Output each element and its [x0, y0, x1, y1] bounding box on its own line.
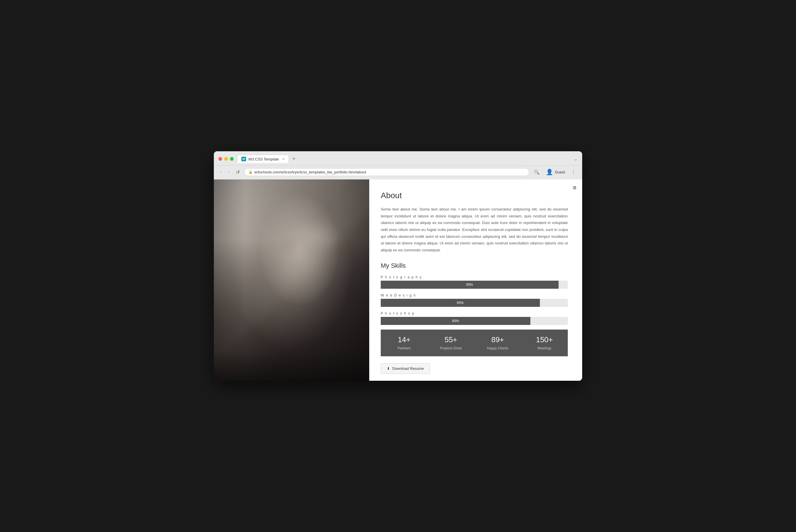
skill-webdesign-bar-fill: 85%: [381, 299, 540, 307]
browser-menu-button[interactable]: ⋮: [570, 168, 578, 176]
portrait-pane: [214, 179, 369, 381]
download-icon: ⬇: [387, 366, 390, 371]
skill-photography: P h o t o g r a p h y 95%: [381, 275, 568, 289]
new-tab-button[interactable]: +: [290, 155, 298, 163]
stat-projects-number: 55+: [430, 335, 472, 344]
browser-addressbar: ‹ › ↺ 🔒 w3schools.com/w3css/tryw3css_tem…: [214, 166, 582, 179]
about-title: About: [381, 191, 568, 200]
skill-photography-bar-fill: 95%: [381, 281, 559, 289]
skill-photoshop-bar-bg: 80%: [381, 317, 568, 325]
skill-photoshop-percent: 80%: [452, 319, 459, 323]
tab-favicon: W: [241, 157, 246, 161]
portrait-image: [214, 179, 369, 381]
skill-photography-bar-bg: 95%: [381, 281, 568, 289]
skills-title: My Skills: [381, 262, 568, 269]
skill-webdesign-percent: 85%: [457, 301, 464, 305]
maximize-window-button[interactable]: [230, 157, 234, 161]
security-icon: 🔒: [248, 170, 253, 174]
reload-button[interactable]: ↺: [234, 168, 241, 176]
stat-partners-label: Partners: [398, 346, 411, 350]
browser-titlebar: W W3.CSS Template × + ⌄: [214, 151, 582, 166]
skill-webdesign-label: W e b D e s i g n: [381, 293, 568, 297]
url-text: w3schools.com/w3css/tryw3css_templates_b…: [254, 170, 366, 174]
stat-projects-label: Projects Done: [440, 346, 462, 350]
skill-photoshop-label: P h o t o s h o p: [381, 311, 568, 316]
stat-meetings-number: 150+: [524, 335, 565, 344]
back-button[interactable]: ‹: [218, 168, 223, 176]
skill-photography-percent: 95%: [466, 283, 473, 287]
address-bar[interactable]: 🔒 w3schools.com/w3css/tryw3css_templates…: [244, 168, 530, 176]
skill-photography-label: P h o t o g r a p h y: [381, 275, 568, 279]
forward-button[interactable]: ›: [226, 168, 231, 176]
hamburger-menu-button[interactable]: ≡: [573, 185, 576, 191]
skill-webdesign: W e b D e s i g n 85%: [381, 293, 568, 307]
download-resume-button[interactable]: ⬇ Download Resume: [381, 363, 430, 374]
stat-clients-label: Happy Clients: [487, 346, 508, 350]
stat-meetings-label: Meetings: [537, 346, 551, 350]
content-area: About Some text about me. Some text abou…: [369, 179, 582, 381]
tab-title: W3.CSS Template: [248, 157, 279, 161]
stat-meetings: 150+ Meetings: [521, 329, 568, 356]
browser-content: ≡ About Some text about me. Some text ab…: [214, 179, 582, 381]
search-button[interactable]: 🔍: [532, 168, 541, 176]
minimize-window-button[interactable]: [224, 157, 228, 161]
window-controls: [218, 157, 234, 161]
face-overlay: [214, 179, 369, 381]
user-label: Guest: [555, 170, 565, 174]
close-window-button[interactable]: [218, 157, 222, 161]
stat-clients: 89+ Happy Clients: [474, 329, 521, 356]
stat-partners: 14+ Partners: [381, 329, 428, 356]
browser-tabs: W W3.CSS Template × + ⌄: [237, 155, 578, 163]
tab-menu-arrow[interactable]: ⌄: [574, 157, 578, 161]
stats-bar: 14+ Partners 55+ Projects Done 89+ Happy…: [381, 329, 568, 356]
stat-partners-number: 14+: [384, 335, 425, 344]
skill-photoshop-bar-fill: 80%: [381, 317, 530, 325]
active-tab[interactable]: W W3.CSS Template ×: [237, 155, 289, 163]
download-resume-label: Download Resume: [392, 366, 424, 371]
user-avatar-icon: 👤: [546, 169, 553, 175]
browser-window: W W3.CSS Template × + ⌄ ‹ › ↺ 🔒 w3school…: [214, 151, 582, 381]
about-body-text: Some text about me. Some text about me. …: [381, 206, 568, 253]
skill-photoshop: P h o t o s h o p 80%: [381, 311, 568, 325]
skill-webdesign-bar-bg: 85%: [381, 299, 568, 307]
stat-clients-number: 89+: [477, 335, 518, 344]
right-content-pane[interactable]: ≡ About Some text about me. Some text ab…: [369, 179, 582, 381]
user-account-button[interactable]: 👤 Guest: [544, 167, 567, 176]
tab-close-button[interactable]: ×: [282, 157, 284, 161]
stat-projects: 55+ Projects Done: [428, 329, 475, 356]
